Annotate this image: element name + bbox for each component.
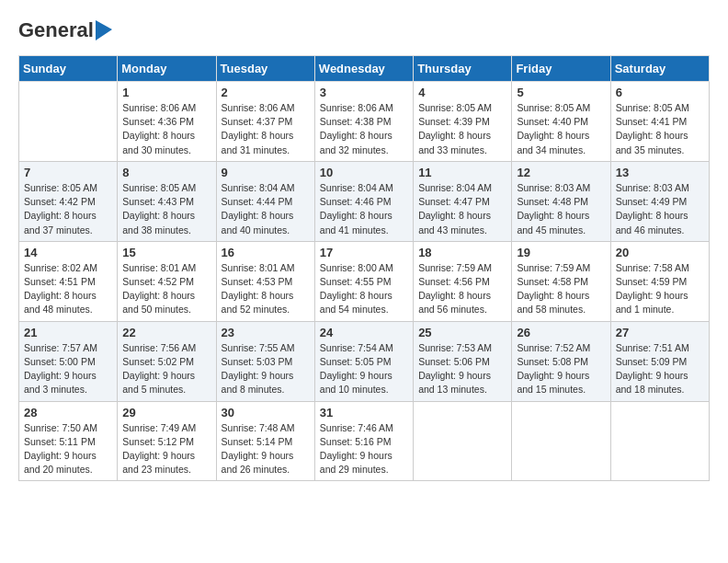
logo: General (18, 18, 112, 40)
day-info: Sunrise: 7:51 AM Sunset: 5:09 PM Dayligh… (616, 341, 704, 397)
calendar-day-cell: 10Sunrise: 8:04 AM Sunset: 4:46 PM Dayli… (314, 161, 413, 241)
calendar-day-cell (512, 401, 610, 481)
calendar-day-cell: 2Sunrise: 8:06 AM Sunset: 4:37 PM Daylig… (216, 82, 314, 162)
day-number: 21 (24, 326, 112, 339)
day-info: Sunrise: 8:04 AM Sunset: 4:44 PM Dayligh… (222, 181, 310, 237)
day-info: Sunrise: 8:01 AM Sunset: 4:53 PM Dayligh… (222, 261, 310, 317)
day-info: Sunrise: 8:03 AM Sunset: 4:48 PM Dayligh… (517, 181, 605, 237)
calendar-day-cell: 9Sunrise: 8:04 AM Sunset: 4:44 PM Daylig… (216, 161, 314, 241)
day-number: 10 (320, 166, 408, 179)
day-number: 27 (616, 326, 704, 339)
calendar-day-cell: 20Sunrise: 7:58 AM Sunset: 4:59 PM Dayli… (610, 241, 709, 321)
day-number: 15 (122, 246, 210, 259)
calendar-day-cell: 24Sunrise: 7:54 AM Sunset: 5:05 PM Dayli… (314, 321, 413, 401)
day-number: 31 (320, 406, 408, 419)
weekday-header: Friday (512, 56, 610, 82)
calendar-day-cell: 16Sunrise: 8:01 AM Sunset: 4:53 PM Dayli… (216, 241, 314, 321)
day-number: 24 (320, 326, 408, 339)
day-number: 18 (418, 246, 506, 259)
calendar-week-row: 7Sunrise: 8:05 AM Sunset: 4:42 PM Daylig… (19, 161, 710, 241)
day-number: 3 (320, 86, 408, 99)
day-info: Sunrise: 7:55 AM Sunset: 5:03 PM Dayligh… (222, 341, 310, 397)
calendar-day-cell: 31Sunrise: 7:46 AM Sunset: 5:16 PM Dayli… (314, 401, 413, 481)
day-number: 23 (222, 326, 310, 339)
day-info: Sunrise: 7:52 AM Sunset: 5:08 PM Dayligh… (517, 341, 605, 397)
calendar-day-cell (610, 401, 709, 481)
day-number: 25 (418, 326, 506, 339)
calendar-day-cell: 4Sunrise: 8:05 AM Sunset: 4:39 PM Daylig… (414, 82, 512, 162)
day-info: Sunrise: 7:53 AM Sunset: 5:06 PM Dayligh… (418, 341, 506, 397)
day-number: 20 (616, 246, 704, 259)
day-number: 17 (320, 246, 408, 259)
logo-arrow-icon (96, 20, 112, 40)
calendar-day-cell: 19Sunrise: 7:59 AM Sunset: 4:58 PM Dayli… (512, 241, 610, 321)
day-number: 1 (122, 86, 210, 99)
calendar-day-cell: 13Sunrise: 8:03 AM Sunset: 4:49 PM Dayli… (610, 161, 709, 241)
svg-marker-0 (96, 20, 112, 40)
calendar-day-cell: 1Sunrise: 8:06 AM Sunset: 4:36 PM Daylig… (118, 82, 216, 162)
calendar-day-cell: 26Sunrise: 7:52 AM Sunset: 5:08 PM Dayli… (512, 321, 610, 401)
logo-text-general: General (18, 18, 94, 42)
weekday-header: Thursday (414, 56, 512, 82)
day-info: Sunrise: 8:04 AM Sunset: 4:46 PM Dayligh… (320, 181, 408, 237)
day-info: Sunrise: 8:03 AM Sunset: 4:49 PM Dayligh… (616, 181, 704, 237)
weekday-header: Monday (118, 56, 216, 82)
day-info: Sunrise: 8:00 AM Sunset: 4:55 PM Dayligh… (320, 261, 408, 317)
day-info: Sunrise: 7:54 AM Sunset: 5:05 PM Dayligh… (320, 341, 408, 397)
day-number: 22 (122, 326, 210, 339)
calendar-day-cell: 28Sunrise: 7:50 AM Sunset: 5:11 PM Dayli… (19, 401, 118, 481)
day-number: 30 (222, 406, 310, 419)
day-number: 4 (418, 86, 506, 99)
day-number: 16 (222, 246, 310, 259)
day-info: Sunrise: 8:01 AM Sunset: 4:52 PM Dayligh… (122, 261, 210, 317)
day-info: Sunrise: 8:06 AM Sunset: 4:36 PM Dayligh… (122, 101, 210, 157)
calendar-day-cell: 17Sunrise: 8:00 AM Sunset: 4:55 PM Dayli… (314, 241, 413, 321)
calendar-week-row: 1Sunrise: 8:06 AM Sunset: 4:36 PM Daylig… (19, 82, 710, 162)
day-number: 28 (24, 406, 112, 419)
day-info: Sunrise: 7:59 AM Sunset: 4:58 PM Dayligh… (517, 261, 605, 317)
weekday-header: Sunday (19, 56, 118, 82)
day-info: Sunrise: 7:48 AM Sunset: 5:14 PM Dayligh… (222, 421, 310, 477)
calendar-week-row: 28Sunrise: 7:50 AM Sunset: 5:11 PM Dayli… (19, 401, 710, 481)
calendar-day-cell: 21Sunrise: 7:57 AM Sunset: 5:00 PM Dayli… (19, 321, 118, 401)
calendar-day-cell: 27Sunrise: 7:51 AM Sunset: 5:09 PM Dayli… (610, 321, 709, 401)
day-info: Sunrise: 7:49 AM Sunset: 5:12 PM Dayligh… (122, 421, 210, 477)
day-info: Sunrise: 7:46 AM Sunset: 5:16 PM Dayligh… (320, 421, 408, 477)
calendar-day-cell (414, 401, 512, 481)
day-number: 19 (517, 246, 605, 259)
day-info: Sunrise: 7:59 AM Sunset: 4:56 PM Dayligh… (418, 261, 506, 317)
day-info: Sunrise: 8:05 AM Sunset: 4:43 PM Dayligh… (122, 181, 210, 237)
calendar-header: SundayMondayTuesdayWednesdayThursdayFrid… (19, 56, 710, 82)
calendar-day-cell: 25Sunrise: 7:53 AM Sunset: 5:06 PM Dayli… (414, 321, 512, 401)
day-info: Sunrise: 8:02 AM Sunset: 4:51 PM Dayligh… (24, 261, 112, 317)
day-info: Sunrise: 8:06 AM Sunset: 4:38 PM Dayligh… (320, 101, 408, 157)
day-number: 9 (222, 166, 310, 179)
calendar-day-cell: 8Sunrise: 8:05 AM Sunset: 4:43 PM Daylig… (118, 161, 216, 241)
calendar-day-cell: 15Sunrise: 8:01 AM Sunset: 4:52 PM Dayli… (118, 241, 216, 321)
day-number: 11 (418, 166, 506, 179)
day-number: 7 (24, 166, 112, 179)
day-number: 5 (517, 86, 605, 99)
calendar-day-cell: 29Sunrise: 7:49 AM Sunset: 5:12 PM Dayli… (118, 401, 216, 481)
calendar-day-cell: 23Sunrise: 7:55 AM Sunset: 5:03 PM Dayli… (216, 321, 314, 401)
calendar-table: SundayMondayTuesdayWednesdayThursdayFrid… (18, 55, 710, 481)
day-info: Sunrise: 7:57 AM Sunset: 5:00 PM Dayligh… (24, 341, 112, 397)
day-number: 29 (122, 406, 210, 419)
day-number: 6 (616, 86, 704, 99)
calendar-day-cell: 22Sunrise: 7:56 AM Sunset: 5:02 PM Dayli… (118, 321, 216, 401)
day-info: Sunrise: 8:05 AM Sunset: 4:40 PM Dayligh… (517, 101, 605, 157)
day-info: Sunrise: 7:50 AM Sunset: 5:11 PM Dayligh… (24, 421, 112, 477)
calendar-day-cell: 5Sunrise: 8:05 AM Sunset: 4:40 PM Daylig… (512, 82, 610, 162)
day-number: 14 (24, 246, 112, 259)
day-info: Sunrise: 8:04 AM Sunset: 4:47 PM Dayligh… (418, 181, 506, 237)
day-number: 12 (517, 166, 605, 179)
day-info: Sunrise: 7:56 AM Sunset: 5:02 PM Dayligh… (122, 341, 210, 397)
day-number: 8 (122, 166, 210, 179)
calendar-day-cell: 7Sunrise: 8:05 AM Sunset: 4:42 PM Daylig… (19, 161, 118, 241)
day-info: Sunrise: 8:05 AM Sunset: 4:39 PM Dayligh… (418, 101, 506, 157)
calendar-day-cell: 14Sunrise: 8:02 AM Sunset: 4:51 PM Dayli… (19, 241, 118, 321)
calendar-week-row: 14Sunrise: 8:02 AM Sunset: 4:51 PM Dayli… (19, 241, 710, 321)
calendar-day-cell: 18Sunrise: 7:59 AM Sunset: 4:56 PM Dayli… (414, 241, 512, 321)
weekday-header: Tuesday (216, 56, 314, 82)
day-info: Sunrise: 8:06 AM Sunset: 4:37 PM Dayligh… (222, 101, 310, 157)
